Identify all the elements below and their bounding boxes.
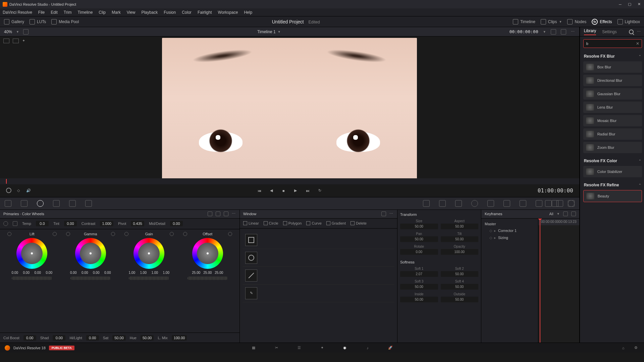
settings-tool-icon[interactable] — [487, 200, 494, 207]
home-icon[interactable]: ⌂ — [620, 345, 627, 351]
step-back-button[interactable]: ◀ — [268, 188, 274, 194]
tf-rotate[interactable]: 0.00 — [400, 249, 438, 255]
fx-item-beauty[interactable]: Beauty — [583, 190, 642, 202]
playhead-icon[interactable] — [6, 179, 7, 184]
picker-icon[interactable] — [13, 221, 17, 226]
tf-outside[interactable]: 50.00 — [441, 297, 479, 302]
sizing-tool-icon[interactable] — [439, 200, 446, 207]
wheel-reset-icon[interactable] — [170, 232, 174, 236]
menu-clip[interactable]: Clip — [99, 10, 106, 15]
menu-mark[interactable]: Mark — [112, 10, 121, 15]
close-button[interactable]: ✕ — [637, 2, 641, 7]
viewer-tool-2[interactable] — [13, 39, 19, 43]
wheel-picker-icon[interactable] — [183, 232, 187, 236]
effects-search-input[interactable] — [583, 39, 642, 48]
window-tool-icon[interactable] — [37, 200, 44, 207]
camera-tool-icon[interactable] — [503, 200, 510, 207]
wheel-picker-icon[interactable] — [7, 232, 11, 236]
window-tool-linear[interactable]: Linear — [243, 221, 259, 225]
jump-start-button[interactable]: ⏮ — [256, 188, 262, 194]
wheel-offset[interactable] — [192, 238, 223, 269]
tab-library[interactable]: Library — [584, 28, 596, 35]
menu-help[interactable]: Help — [244, 10, 252, 15]
menu-timeline[interactable]: Timeline — [77, 10, 93, 15]
menu-davinci-resolve[interactable]: DaVinci Resolve — [3, 10, 32, 15]
viewer-options-icon[interactable]: ⋯ — [571, 29, 575, 34]
window-tool-polygon[interactable]: Polygon — [283, 221, 302, 225]
keyframes-all[interactable]: All — [549, 212, 553, 216]
wheel-reset-icon[interactable] — [111, 232, 115, 236]
shape-circle[interactable] — [243, 249, 394, 267]
jog-wheel[interactable] — [70, 277, 111, 280]
tracker-tool-icon[interactable] — [53, 200, 60, 207]
menu-trim[interactable]: Trim — [64, 10, 72, 15]
tf-soft4[interactable]: 50.00 — [441, 284, 479, 290]
primaries-mode-3[interactable] — [224, 212, 228, 216]
aperture-tool-icon[interactable] — [471, 200, 478, 207]
menu-workspace[interactable]: Workspace — [218, 10, 238, 15]
page-fusion-icon[interactable]: ✦ — [319, 345, 325, 351]
scopes-tool-icon[interactable] — [556, 200, 563, 207]
toolbar-effects[interactable]: fxEffects — [592, 19, 612, 25]
key-tool-icon[interactable] — [423, 200, 430, 207]
adj-mid/detail-value[interactable]: 0.00 — [170, 221, 183, 226]
page-edit-icon[interactable]: ☰ — [296, 345, 303, 351]
jog-wheel[interactable] — [129, 277, 169, 280]
viewer-tool-1[interactable] — [3, 39, 9, 43]
toolbar-clips[interactable]: Clips▼ — [541, 19, 562, 24]
page-deliver-icon[interactable]: 🚀 — [387, 345, 394, 351]
loop-button[interactable]: ↻ — [317, 188, 323, 194]
viewer-timecode[interactable]: 00:00:00:00 — [509, 29, 538, 34]
tf-pan[interactable]: 50.00 — [400, 236, 438, 242]
tf-aspect[interactable]: 50.00 — [441, 224, 479, 229]
menu-playback[interactable]: Playback — [141, 10, 158, 15]
tf-tilt[interactable]: 50.00 — [441, 236, 479, 242]
menu-color[interactable]: Color — [182, 10, 192, 15]
page-color-icon[interactable]: ◉ — [341, 345, 348, 351]
kf-node-master[interactable]: Master — [483, 221, 536, 227]
qualifier-tool-icon[interactable] — [21, 200, 28, 207]
page-cut-icon[interactable]: ✂ — [273, 345, 280, 351]
menu-fusion[interactable]: Fusion — [164, 10, 176, 15]
3d-tool-icon[interactable] — [455, 200, 462, 207]
toolbar-timeline[interactable]: Timeline — [513, 19, 535, 24]
tf-soft1[interactable]: 2.07 — [400, 271, 438, 277]
timeline-name[interactable]: Timeline 1 — [257, 29, 276, 34]
fx-item-zoom-blur[interactable]: Zoom Blur — [583, 142, 642, 153]
tf-soft3[interactable]: 50.00 — [400, 284, 438, 290]
fx-item-directional-blur[interactable]: Directional Blur — [583, 75, 642, 86]
page-media-icon[interactable]: ▦ — [250, 345, 257, 351]
adj-pivot-value[interactable]: 0.435 — [131, 221, 144, 226]
toolbar-lightbox[interactable]: Lightbox — [618, 19, 640, 24]
highlight-tool-icon[interactable] — [545, 200, 552, 207]
fx-item-mosaic-blur[interactable]: Mosaic Blur — [583, 115, 642, 126]
adj-contrast-value[interactable]: 1.000 — [100, 221, 113, 226]
minimize-button[interactable]: ─ — [618, 2, 623, 7]
page-fairlight-icon[interactable]: ♪ — [364, 345, 371, 351]
transport-timecode[interactable]: 01:00:00:00 — [538, 187, 573, 194]
fx-category-resolve-fx-blur[interactable]: Resolve FX Blur⌃ — [583, 51, 642, 61]
mute-icon[interactable]: 🔊 — [25, 188, 32, 194]
bypass-icon[interactable] — [551, 29, 556, 35]
tab-settings[interactable]: Settings — [602, 29, 616, 34]
wheel-reset-icon[interactable] — [228, 232, 232, 236]
window-tool-curve[interactable]: Curve — [306, 221, 321, 225]
window-tool-circle[interactable]: Circle — [264, 221, 278, 225]
viewer-mode-icon[interactable] — [23, 29, 29, 35]
tf-opacity[interactable]: 100.00 — [441, 249, 479, 255]
effects-options-icon[interactable]: ⋯ — [637, 29, 641, 34]
primaries-mode-1[interactable] — [208, 212, 212, 216]
fx-item-gaussian-blur[interactable]: Gaussian Blur — [583, 88, 642, 100]
play-button[interactable]: ▶ — [292, 188, 299, 194]
stop-button[interactable]: ■ — [280, 188, 286, 194]
jog-wheel[interactable] — [187, 277, 228, 280]
wheel-reset-icon[interactable] — [53, 232, 57, 236]
timeline-dropdown-icon[interactable]: ▼ — [278, 30, 281, 34]
adj-temp-value[interactable]: 0.0 — [36, 221, 49, 226]
wheel-picker-icon[interactable] — [66, 232, 70, 236]
fx-item-color-stabilizer[interactable]: Color Stabilizer — [583, 166, 642, 177]
fx-item-radial-blur[interactable]: Radial Blur — [583, 128, 642, 140]
shape-pen[interactable]: ✎ — [243, 285, 394, 302]
settings-gear-icon[interactable]: ⚙ — [633, 345, 639, 351]
window-tool-delete[interactable]: Delete — [351, 221, 367, 225]
